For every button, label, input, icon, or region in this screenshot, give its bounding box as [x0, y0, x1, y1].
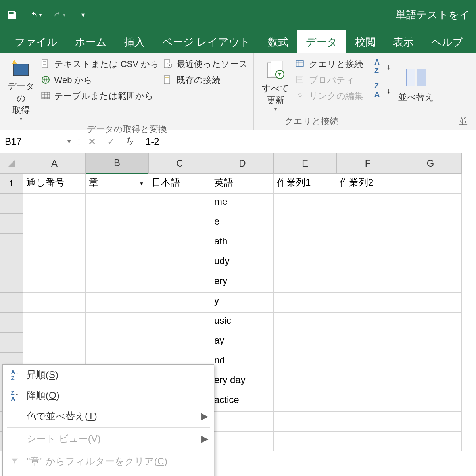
sort-descending[interactable]: ZA↓ 降順(O) — [3, 385, 214, 406]
row-header[interactable] — [0, 273, 23, 293]
cell[interactable] — [23, 253, 86, 273]
cell[interactable] — [274, 412, 336, 432]
tab-file[interactable]: ファイル — [6, 30, 66, 53]
cell[interactable] — [23, 213, 86, 233]
cell[interactable] — [274, 432, 336, 451]
row-header[interactable] — [0, 194, 23, 213]
cell[interactable]: ery — [211, 273, 274, 293]
tab-help[interactable]: ヘルプ — [422, 30, 472, 53]
cell[interactable]: nd — [211, 352, 274, 372]
sort-button[interactable]: 並べ替え — [394, 56, 438, 114]
cell[interactable] — [274, 194, 336, 213]
cell[interactable] — [86, 313, 148, 332]
enter-icon[interactable]: ✓ — [102, 136, 121, 147]
col-header-f[interactable]: F — [336, 153, 399, 174]
cell[interactable] — [274, 332, 336, 352]
cell[interactable] — [336, 273, 399, 293]
cell-e1[interactable]: 作業列1 — [274, 174, 336, 194]
select-all-corner[interactable] — [0, 153, 23, 174]
col-header-g[interactable]: G — [399, 153, 462, 174]
sort-desc-icon[interactable]: ZA↓ — [374, 82, 390, 99]
qat-customize-icon[interactable]: ▾ — [81, 11, 85, 19]
queries-connections[interactable]: クエリと接続 — [296, 58, 363, 70]
tab-formulas[interactable]: 数式 — [259, 30, 297, 53]
row-header[interactable] — [0, 253, 23, 273]
cell[interactable] — [148, 213, 211, 233]
cell[interactable] — [274, 293, 336, 313]
cell[interactable]: ath — [211, 233, 274, 253]
cell[interactable] — [399, 293, 462, 313]
cell[interactable] — [399, 213, 462, 233]
cell[interactable] — [86, 332, 148, 352]
cell[interactable] — [399, 392, 462, 412]
cell[interactable] — [148, 253, 211, 273]
cell[interactable] — [86, 194, 148, 213]
tab-data[interactable]: データ — [297, 30, 346, 53]
refresh-all-button[interactable]: すべて 更新 ▾ — [259, 56, 292, 114]
cell[interactable] — [86, 213, 148, 233]
from-table-range[interactable]: テーブルまたは範囲から — [41, 90, 159, 102]
cell[interactable] — [86, 293, 148, 313]
cell[interactable] — [336, 313, 399, 332]
cell[interactable] — [148, 332, 211, 352]
cell[interactable]: udy — [211, 253, 274, 273]
cell[interactable] — [399, 412, 462, 432]
sort-ascending[interactable]: AZ↓ 昇順(S) — [3, 365, 214, 385]
row-header[interactable] — [0, 213, 23, 233]
cell[interactable] — [148, 233, 211, 253]
existing-connections[interactable]: 既存の接続 — [163, 74, 248, 86]
cell[interactable] — [274, 233, 336, 253]
cell[interactable] — [274, 392, 336, 412]
cell-f1[interactable]: 作業列2 — [336, 174, 399, 194]
col-header-e[interactable]: E — [274, 153, 336, 174]
cell[interactable] — [336, 332, 399, 352]
cell[interactable] — [148, 273, 211, 293]
cell[interactable] — [211, 432, 274, 451]
name-box-dropdown-icon[interactable]: ▼ — [66, 138, 72, 145]
cell[interactable] — [336, 213, 399, 233]
cell[interactable] — [336, 253, 399, 273]
get-data-button[interactable]: データの 取得 ▾ — [6, 56, 37, 122]
cell-a1[interactable]: 通し番号 — [23, 174, 86, 194]
cell[interactable] — [274, 213, 336, 233]
cell[interactable] — [86, 233, 148, 253]
cell[interactable] — [148, 313, 211, 332]
cell[interactable] — [399, 352, 462, 372]
tab-view[interactable]: 表示 — [384, 30, 422, 53]
cell-d1[interactable]: 英語 — [211, 174, 274, 194]
cell[interactable] — [86, 253, 148, 273]
cell[interactable]: usic — [211, 313, 274, 332]
col-header-b[interactable]: B — [86, 153, 148, 174]
tab-pagelayout[interactable]: ページ レイアウト — [154, 30, 259, 53]
cell[interactable] — [211, 412, 274, 432]
cell[interactable] — [336, 412, 399, 432]
cell[interactable] — [399, 253, 462, 273]
cell[interactable]: y — [211, 293, 274, 313]
cell[interactable]: me — [211, 194, 274, 213]
from-text-csv[interactable]: テキストまたは CSV から — [41, 58, 159, 70]
cell[interactable] — [23, 313, 86, 332]
cell[interactable] — [23, 233, 86, 253]
cell[interactable] — [274, 273, 336, 293]
cell[interactable] — [23, 293, 86, 313]
row-header[interactable] — [0, 233, 23, 253]
cell[interactable] — [148, 293, 211, 313]
cell[interactable] — [148, 194, 211, 213]
cell[interactable] — [399, 233, 462, 253]
cell[interactable] — [274, 372, 336, 392]
row-header[interactable] — [0, 293, 23, 313]
cell[interactable] — [336, 432, 399, 451]
recent-sources[interactable]: 最近使ったソース — [163, 58, 248, 70]
fx-icon[interactable]: fx — [121, 135, 140, 147]
cell[interactable] — [336, 293, 399, 313]
tab-review[interactable]: 校閲 — [346, 30, 384, 53]
cell[interactable]: ay — [211, 332, 274, 352]
cell[interactable] — [399, 332, 462, 352]
tab-home[interactable]: ホーム — [66, 30, 115, 53]
cell-c1[interactable]: 日本語 — [148, 174, 211, 194]
cell[interactable] — [399, 432, 462, 451]
cell[interactable]: ery day — [211, 372, 274, 392]
cell[interactable] — [336, 352, 399, 372]
filter-dropdown-icon[interactable]: ▼ — [137, 179, 146, 188]
sort-by-color[interactable]: 色で並べ替え(T) ▶ — [3, 406, 214, 426]
